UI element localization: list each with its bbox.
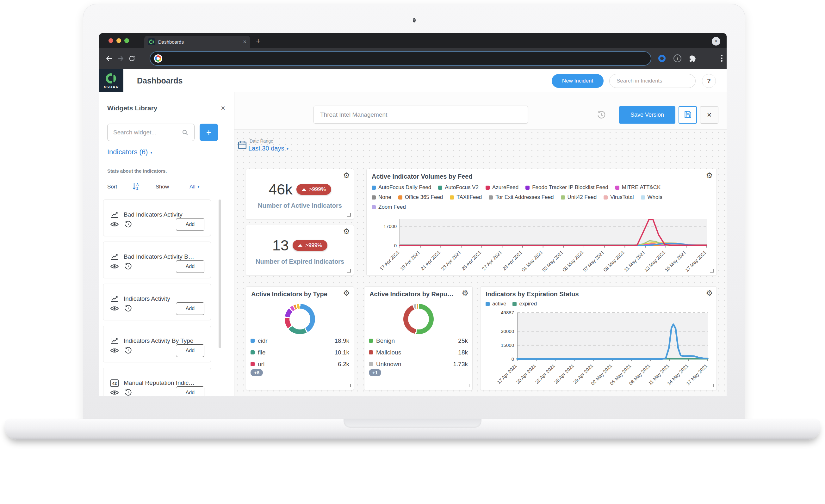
widget-library-item[interactable]: 42Manual Reputation Indic…Add — [103, 368, 211, 396]
info-circle-icon[interactable]: i — [673, 55, 681, 62]
reload-icon[interactable] — [126, 53, 138, 64]
history-icon[interactable] — [124, 221, 132, 230]
svg-text:30000: 30000 — [501, 329, 514, 334]
stat-label: Number of Expired Indicators — [246, 258, 354, 265]
resize-handle-icon[interactable] — [347, 384, 351, 387]
show-filter-dropdown[interactable]: All ▼ — [190, 184, 200, 190]
save-version-button[interactable]: Save Version — [619, 106, 675, 123]
extensions-puzzle-icon[interactable] — [689, 55, 696, 64]
widget-item-title: Indicators Activity By Type — [124, 337, 193, 344]
browser-menu-icon[interactable] — [721, 55, 723, 62]
widget-settings-gear-icon[interactable]: ⚙ — [343, 172, 350, 179]
floppy-icon — [684, 110, 692, 119]
chevron-down-icon: ▼ — [150, 151, 153, 154]
history-icon[interactable] — [124, 347, 132, 356]
new-incident-button[interactable]: New Incident — [552, 74, 604, 88]
svg-text:26 Apr 2021: 26 Apr 2021 — [553, 363, 575, 385]
more-items-badge[interactable]: +8 — [250, 369, 263, 376]
add-button[interactable]: Add — [176, 218, 204, 231]
add-widget-button[interactable]: + — [200, 123, 218, 141]
svg-text:15 May 2021: 15 May 2021 — [664, 249, 687, 272]
widget-search-input[interactable] — [107, 123, 195, 141]
save-disk-button[interactable] — [679, 106, 697, 123]
calendar-icon — [238, 140, 247, 151]
widget-feed-volumes: Active Indicator Volumes by Feed ⚙ AutoF… — [366, 169, 717, 275]
legend-item: Whois — [641, 194, 662, 200]
new-tab-icon[interactable]: + — [256, 36, 261, 46]
add-button[interactable]: Add — [176, 302, 204, 315]
widget-library-item[interactable]: Bad Indicators Activity B…Add — [103, 242, 211, 278]
svg-text:17 Apr 2021: 17 Apr 2021 — [496, 363, 518, 385]
sort-az-icon[interactable]: AZ — [132, 186, 141, 192]
preview-eye-icon[interactable] — [110, 390, 119, 396]
svg-text:0: 0 — [394, 243, 397, 248]
resize-handle-icon[interactable] — [466, 384, 469, 387]
preview-eye-icon[interactable] — [110, 348, 119, 354]
history-icon[interactable] — [124, 305, 132, 314]
resize-handle-icon[interactable] — [347, 213, 351, 217]
category-description: Stats about the indicators. — [107, 168, 167, 174]
svg-text:23 Apr 2021: 23 Apr 2021 — [534, 363, 556, 385]
dashboard-name-input[interactable] — [313, 106, 528, 123]
line-chart-icon — [110, 337, 119, 346]
tab-search-icon[interactable]: ▼ — [712, 37, 720, 46]
legend-item: Zoom Feed — [372, 204, 406, 210]
legend-item: Tor Exit Addresses Feed — [489, 194, 553, 200]
svg-text:23 Apr 2021: 23 Apr 2021 — [440, 249, 462, 271]
legend-item: Office 365 Feed — [398, 194, 443, 200]
widgets-library-close-icon[interactable]: × — [221, 104, 225, 112]
widget-settings-gear-icon[interactable]: ⚙ — [343, 289, 350, 297]
add-button[interactable]: Add — [176, 344, 204, 357]
window-minimize-button[interactable] — [117, 38, 121, 43]
resize-handle-icon[interactable] — [347, 269, 351, 272]
preview-eye-icon[interactable] — [110, 306, 119, 312]
widget-library-item[interactable]: Indicators ActivityAdd — [103, 283, 211, 320]
dashboard-actionbar: Save Version × — [234, 92, 727, 130]
search-icon — [182, 129, 188, 137]
more-items-badge[interactable]: +1 — [369, 369, 381, 376]
widget-library-item[interactable]: Bad Indicators ActivityAdd — [103, 199, 211, 236]
legend-item: Unit42 Feed — [561, 194, 597, 200]
legend-item: url6.2k — [250, 358, 349, 370]
resize-handle-icon[interactable] — [710, 384, 714, 387]
widget-settings-gear-icon[interactable]: ⚙ — [461, 289, 468, 297]
widget-settings-gear-icon[interactable]: ⚙ — [343, 228, 350, 235]
widget-settings-gear-icon[interactable]: ⚙ — [706, 172, 713, 179]
dashboard-grid: Date Range Last 30 days ▼ ⚙ 46k >999% — [234, 130, 727, 396]
undo-history-icon[interactable] — [597, 111, 606, 121]
legend-item: Malicious18k — [369, 346, 468, 358]
date-range-label: Date Range — [249, 139, 273, 144]
forward-icon[interactable] — [115, 53, 126, 64]
window-close-button[interactable] — [108, 38, 113, 43]
tab-close-icon[interactable]: × — [243, 39, 246, 45]
widget-library-item[interactable]: Indicators Activity By TypeAdd — [103, 326, 211, 362]
widget-item-title: Bad Indicators Activity — [124, 211, 182, 218]
category-dropdown[interactable]: Indicators (6) ▼ — [107, 148, 153, 156]
date-range-dropdown[interactable]: Last 30 days ▼ — [248, 145, 289, 152]
dashboard-canvas: Save Version × Date Range Last 30 days ▼ — [234, 92, 727, 396]
widget-indicators-by-type: Active Indicators by Type ⚙ cidr18.9kfil… — [246, 286, 354, 390]
incident-search-input[interactable] — [609, 74, 696, 88]
preview-eye-icon[interactable] — [110, 222, 119, 228]
close-dashboard-button[interactable]: × — [700, 106, 719, 123]
history-icon[interactable] — [124, 389, 132, 396]
browser-tab[interactable]: Dashboards × — [144, 36, 250, 48]
add-button[interactable]: Add — [176, 387, 204, 396]
library-scrollbar[interactable] — [219, 199, 221, 348]
preview-eye-icon[interactable] — [110, 264, 119, 270]
back-icon[interactable] — [103, 53, 115, 64]
legend-item: None — [372, 194, 391, 200]
xsoar-logo[interactable]: XSOAR — [99, 69, 123, 92]
extension-ring-icon[interactable] — [658, 55, 666, 62]
resize-handle-icon[interactable] — [710, 269, 714, 272]
history-icon[interactable] — [124, 263, 132, 272]
svg-text:49887: 49887 — [501, 310, 514, 315]
help-button[interactable]: ? — [702, 74, 716, 88]
window-zoom-button[interactable] — [124, 38, 129, 43]
widget-settings-gear-icon[interactable]: ⚙ — [706, 289, 713, 297]
legend-item: AzureFeed — [485, 184, 519, 191]
address-bar[interactable] — [150, 51, 651, 66]
widget-title: Active Indicator Volumes by Feed — [372, 173, 473, 180]
add-button[interactable]: Add — [176, 260, 204, 273]
legend-item: cidr18.9k — [250, 335, 349, 346]
